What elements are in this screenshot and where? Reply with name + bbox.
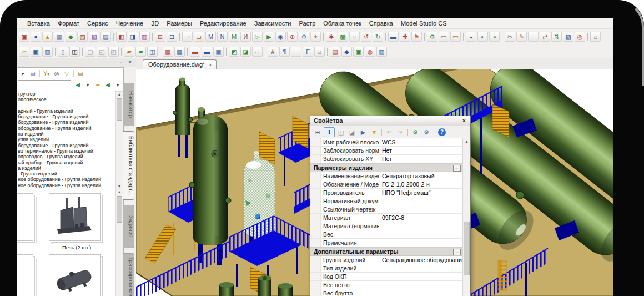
- cad-tool-icon[interactable]: ≡: [291, 47, 301, 57]
- separator[interactable]: [265, 48, 265, 56]
- thumbnail-card[interactable]: Печь (2 шт.): [49, 193, 104, 250]
- cad-tool-icon[interactable]: ✱: [326, 32, 336, 42]
- separator[interactable]: [187, 48, 188, 56]
- cad-tool-icon[interactable]: ▣: [353, 47, 364, 57]
- cad-tool-icon[interactable]: ●: [31, 32, 41, 42]
- property-row[interactable]: Вес нетто: [310, 281, 463, 289]
- cad-tool-icon[interactable]: ↻: [373, 32, 383, 42]
- property-row[interactable]: Наименование изделияСепаратор газовый: [310, 172, 463, 180]
- select-objects-icon[interactable]: ▶: [358, 128, 368, 137]
- property-row[interactable]: Имя рабочей плоскостиWCS: [310, 138, 463, 147]
- menu-item[interactable]: Зависимости: [250, 20, 295, 27]
- view-mode-icon[interactable]: ▤: [28, 69, 37, 78]
- tree-item[interactable]: ное оборудование - Группа изделий: [18, 183, 115, 188]
- edit-properties-icon[interactable]: ◪: [347, 128, 357, 137]
- scrollbar-thumb[interactable]: [464, 222, 470, 275]
- tree-item[interactable]: оборудование - Группа изделий: [18, 126, 115, 131]
- cad-tool-icon[interactable]: ⇄: [540, 32, 550, 42]
- scroll-up-icon[interactable]: ▲: [463, 139, 470, 144]
- separator[interactable]: [434, 129, 434, 136]
- cad-tool-icon[interactable]: ▦: [54, 32, 64, 42]
- cad-tool-icon[interactable]: ◐: [477, 32, 488, 42]
- thumbnail-card[interactable]: [49, 254, 101, 296]
- cad-tool-icon[interactable]: ◉: [275, 32, 286, 42]
- cad-tool-icon[interactable]: ▤: [330, 47, 340, 57]
- scrollbar-thumb[interactable]: [117, 98, 122, 121]
- tree-item[interactable]: во терминалов - Группа изделий: [18, 148, 115, 154]
- cad-tool-icon[interactable]: ◧: [116, 32, 127, 42]
- settings-a-icon[interactable]: ⚙: [410, 128, 420, 137]
- cad-tool-icon[interactable]: ⌂: [590, 32, 601, 42]
- menu-item[interactable]: 3D: [147, 20, 163, 27]
- property-row[interactable]: Тип изделий: [310, 264, 463, 273]
- back-caret-icon[interactable]: ▾: [83, 81, 92, 89]
- separator[interactable]: [73, 70, 74, 77]
- menu-item[interactable]: Справка: [365, 20, 397, 27]
- cad-tool-icon[interactable]: #: [268, 47, 278, 57]
- cad-tool-icon[interactable]: ✦: [310, 32, 321, 42]
- cad-tool-icon[interactable]: ▰: [124, 47, 134, 57]
- select-add-icon[interactable]: ⊞: [313, 128, 323, 137]
- separator[interactable]: [385, 33, 386, 41]
- tab-tasks[interactable]: Задания: [123, 205, 134, 248]
- cad-tool-icon[interactable]: ▧: [89, 32, 99, 42]
- thumbnails-scrollbar[interactable]: ▲: [115, 189, 123, 296]
- cad-tool-icon[interactable]: ▧: [563, 32, 573, 42]
- menu-item[interactable]: Model Studio CS: [397, 20, 451, 27]
- tab-standard-library[interactable]: Библиотека стандарт...: [123, 131, 134, 200]
- separator[interactable]: [502, 33, 502, 41]
- save-all-icon[interactable]: ▥: [42, 47, 53, 57]
- cad-tool-icon[interactable]: ▥: [376, 47, 387, 57]
- cad-tool-icon[interactable]: ◱: [97, 47, 107, 57]
- cad-tool-icon[interactable]: ⇅: [551, 32, 562, 42]
- property-row[interactable]: Вес: [310, 230, 463, 239]
- search-input[interactable]: [18, 80, 71, 89]
- separator[interactable]: [113, 33, 114, 41]
- menu-item[interactable]: Вставка: [23, 20, 54, 27]
- cad-tool-icon[interactable]: ◌: [349, 32, 360, 42]
- property-group-header[interactable]: Дополнительные параметры−: [310, 247, 463, 256]
- cad-tool-icon[interactable]: ◎: [575, 32, 585, 42]
- tree-item[interactable]: ное оборудование - Группа изделий: [18, 177, 115, 182]
- separator[interactable]: [179, 33, 180, 41]
- cad-tool-icon[interactable]: И: [240, 32, 251, 42]
- thumbnail-card[interactable]: шт.): [17, 193, 37, 250]
- separator[interactable]: [152, 33, 153, 41]
- cad-tool-icon[interactable]: ◫: [147, 47, 158, 57]
- collapse-icon[interactable]: −: [453, 249, 461, 255]
- cad-tool-icon[interactable]: ◆: [341, 47, 352, 57]
- cad-tool-icon[interactable]: ▤: [100, 32, 111, 42]
- cad-tool-icon[interactable]: ▣: [19, 32, 29, 42]
- cad-tool-icon[interactable]: ✂: [505, 32, 515, 42]
- tree-item[interactable]: уппа изделий: [18, 137, 115, 142]
- forward-caret-icon[interactable]: ▾: [113, 81, 122, 89]
- undo-icon[interactable]: ↶: [384, 128, 394, 137]
- cad-tool-icon[interactable]: ▥: [139, 32, 150, 42]
- cad-tool-icon[interactable]: ▲: [42, 32, 53, 42]
- menu-item[interactable]: Облака точек: [319, 20, 365, 27]
- cad-tool-icon[interactable]: ▨: [77, 32, 88, 42]
- cad-tool-icon[interactable]: ⊟: [167, 32, 177, 42]
- separator[interactable]: [587, 33, 588, 41]
- properties-scrollbar[interactable]: ▲: [462, 138, 470, 296]
- cad-tool-icon[interactable]: ⚙: [299, 32, 309, 42]
- tree-item[interactable]: арный - Группа изделий: [18, 108, 115, 114]
- cad-tool-icon[interactable]: ▬: [202, 47, 212, 57]
- paste-icon[interactable]: ▤: [76, 69, 85, 78]
- cad-tool-icon[interactable]: ✚: [400, 32, 410, 42]
- cad-tool-icon[interactable]: ⇔: [252, 47, 263, 57]
- thumbnail-card[interactable]: [17, 254, 33, 296]
- cad-tool-icon[interactable]: ◪: [240, 47, 251, 57]
- property-row[interactable]: Обозначение / МодельГС-2-1,0-2000-2-н: [310, 180, 463, 189]
- menu-item[interactable]: Черчение: [112, 20, 148, 27]
- tree-item[interactable]: труктор: [18, 91, 115, 97]
- separator[interactable]: [463, 33, 464, 41]
- cad-tool-icon[interactable]: M: [229, 32, 239, 42]
- close-icon[interactable]: ✕: [126, 59, 134, 66]
- forward-icon[interactable]: ◀: [103, 81, 112, 89]
- cad-tool-icon[interactable]: ◨: [128, 32, 138, 42]
- separator[interactable]: [327, 48, 328, 56]
- tab-navigator[interactable]: Навигатор: [123, 83, 134, 126]
- tab-routing[interactable]: Трассирование: [123, 253, 134, 296]
- separator[interactable]: [424, 33, 425, 41]
